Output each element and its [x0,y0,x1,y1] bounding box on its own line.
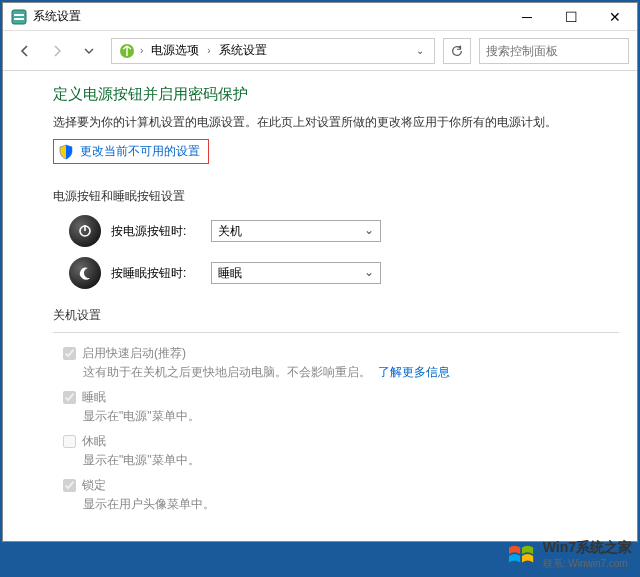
chevron-right-icon: › [140,45,143,56]
breadcrumb[interactable]: › 电源选项 › 系统设置 ⌄ [111,38,435,64]
fast-startup-label: 启用快速启动(推荐) [82,345,186,362]
sleep-press-value: 睡眠 [218,265,242,282]
svg-rect-1 [14,14,24,16]
hibernate-option-desc: 显示在"电源"菜单中。 [83,452,619,469]
lock-option-desc: 显示在用户头像菜单中。 [83,496,619,513]
fast-startup-desc: 这有助于在关机之后更快地启动电脑。不会影响重启。 了解更多信息 [83,364,619,381]
search-input[interactable] [479,38,629,64]
window-controls: ─ ☐ ✕ [505,3,637,31]
forward-button[interactable] [43,37,71,65]
breadcrumb-item-power-options[interactable]: 电源选项 [147,40,203,61]
back-button[interactable] [11,37,39,65]
lock-checkbox-row: 锁定 [63,477,619,494]
close-button[interactable]: ✕ [593,3,637,31]
shutdown-options: 启用快速启动(推荐) 这有助于在关机之后更快地启动电脑。不会影响重启。 了解更多… [63,345,619,513]
minimize-button[interactable]: ─ [505,3,549,31]
toolbar: › 电源选项 › 系统设置 ⌄ [3,31,637,71]
svg-rect-2 [14,18,24,20]
sleep-press-label: 按睡眠按钮时: [111,265,201,282]
windows-logo-icon [507,542,537,568]
change-unavailable-link[interactable]: 更改当前不可用的设置 [80,143,200,160]
window-title: 系统设置 [33,8,81,25]
shield-icon [58,144,74,160]
sleep-option-desc: 显示在"电源"菜单中。 [83,408,619,425]
chevron-right-icon: › [207,45,210,56]
lock-checkbox [63,479,76,492]
titlebar: 系统设置 ─ ☐ ✕ [3,3,637,31]
page-description: 选择要为你的计算机设置的电源设置。在此页上对设置所做的更改将应用于你所有的电源计… [53,114,619,131]
breadcrumb-item-system-settings[interactable]: 系统设置 [215,40,271,61]
hibernate-option-label: 休眠 [82,433,106,450]
sleep-option-label: 睡眠 [82,389,106,406]
sleep-icon [69,257,101,289]
power-press-value: 关机 [218,223,242,240]
power-buttons-section-title: 电源按钮和睡眠按钮设置 [53,188,619,205]
sleep-checkbox [63,391,76,404]
nav-arrows [11,37,103,65]
sleep-checkbox-row: 睡眠 [63,389,619,406]
settings-window: 系统设置 ─ ☐ ✕ › 电源选项 › 系统设置 [2,2,638,542]
hibernate-checkbox [63,435,76,448]
watermark-brand: Win7系统之家 [543,539,632,557]
watermark-domain: 联系: Winwin7.com [543,557,632,571]
history-dropdown-button[interactable] [75,37,103,65]
power-icon [69,215,101,247]
titlebar-left: 系统设置 [3,8,81,25]
lock-option-label: 锁定 [82,477,106,494]
divider [53,332,619,333]
refresh-button[interactable] [443,38,471,64]
maximize-button[interactable]: ☐ [549,3,593,31]
breadcrumb-dropdown-icon[interactable]: ⌄ [412,41,428,60]
hibernate-checkbox-row: 休眠 [63,433,619,450]
change-unavailable-box: 更改当前不可用的设置 [53,139,209,164]
watermark-text: Win7系统之家 联系: Winwin7.com [543,539,632,571]
power-press-label: 按电源按钮时: [111,223,201,240]
page-heading: 定义电源按钮并启用密码保护 [53,85,619,104]
learn-more-link[interactable]: 了解更多信息 [378,365,450,379]
app-icon [11,9,27,25]
svg-rect-0 [12,10,26,24]
power-plan-icon [118,42,136,60]
shutdown-section-title: 关机设置 [53,307,619,324]
fast-startup-checkbox-row: 启用快速启动(推荐) [63,345,619,362]
sleep-button-row: 按睡眠按钮时: 睡眠 [69,257,619,289]
sleep-press-select[interactable]: 睡眠 [211,262,381,284]
fast-startup-checkbox [63,347,76,360]
power-button-row: 按电源按钮时: 关机 [69,215,619,247]
content-area: 定义电源按钮并启用密码保护 选择要为你的计算机设置的电源设置。在此页上对设置所做… [3,71,637,541]
watermark: Win7系统之家 联系: Winwin7.com [503,537,636,573]
power-press-select[interactable]: 关机 [211,220,381,242]
